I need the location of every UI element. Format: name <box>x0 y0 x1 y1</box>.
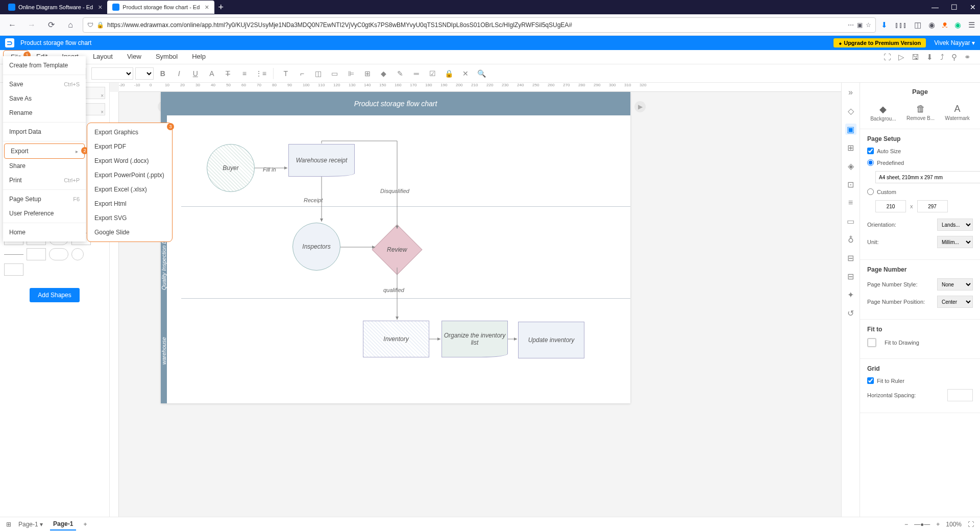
export-excel[interactable]: Export Excel (.xlsx) <box>87 182 172 197</box>
browser-tab[interactable]: Online Diagram Software - Ed × <box>3 1 107 14</box>
menu-print[interactable]: PrintCtrl+P <box>3 173 86 187</box>
menu-help[interactable]: Help <box>185 50 213 64</box>
line-color-tool[interactable]: ✎ <box>393 66 407 81</box>
shape-swatch[interactable] <box>71 248 84 260</box>
layers-icon[interactable]: ◈ <box>845 160 856 172</box>
upgrade-premium-button[interactable]: ⬥ Upgrade to Premium Version <box>834 38 926 47</box>
ext1-icon[interactable]: ᴥ <box>942 20 947 30</box>
pn-style-select[interactable]: None <box>937 278 973 291</box>
bookmark-icon[interactable]: ☆ <box>866 21 871 29</box>
download-icon[interactable]: ⬇ <box>881 20 888 30</box>
text-tool[interactable]: T <box>279 66 293 81</box>
page-settings-icon[interactable]: ▣ <box>845 124 856 135</box>
shield-icon[interactable]: 🛡 <box>87 21 93 29</box>
new-tab-button[interactable]: + <box>214 2 228 13</box>
maximize-icon[interactable]: ☐ <box>951 3 958 11</box>
image-icon[interactable]: ▭ <box>845 215 856 227</box>
canvas-area[interactable]: -20-100102030405060708090100110120130140… <box>110 83 841 517</box>
menu-page-setup[interactable]: Page SetupF6 <box>3 192 86 206</box>
node-organize[interactable]: Organize the inventory list <box>442 321 508 357</box>
zoom-slider[interactable]: —●— <box>914 521 930 528</box>
swimlane-label[interactable]: warehouse <box>161 298 167 403</box>
page-size-input[interactable] <box>875 171 980 183</box>
menu-symbol[interactable]: Symbol <box>149 50 185 64</box>
menu-layout[interactable]: Layout <box>86 50 120 64</box>
browser-tab-active[interactable]: Product storage flow chart - Ed × <box>107 1 214 14</box>
menu-create-template[interactable]: Create from Template <box>3 58 86 73</box>
export-google-slide[interactable]: Google Slide <box>87 225 172 239</box>
align-left-tool[interactable]: ⊫ <box>344 66 358 81</box>
home-button[interactable]: ⌂ <box>63 18 78 32</box>
fit-screen-icon[interactable]: ⛶ <box>968 521 974 528</box>
node-inventory[interactable]: Inventory <box>363 321 429 357</box>
container-tool[interactable]: ▭ <box>328 66 342 81</box>
fullscreen-icon[interactable]: ⛶ <box>884 53 891 62</box>
sidebar-icon[interactable]: ◫ <box>914 20 921 30</box>
lock-tool[interactable]: 🔒 <box>442 66 456 81</box>
menu-save[interactable]: SaveCtrl+S <box>3 77 86 91</box>
download-icon[interactable]: ⬇ <box>926 53 933 62</box>
link-icon[interactable]: ⊟ <box>845 252 856 263</box>
theme-icon[interactable]: ⊡ <box>845 179 856 190</box>
custom-radio[interactable]: Custom <box>867 188 973 195</box>
close-icon[interactable]: × <box>205 3 209 11</box>
pn-pos-select[interactable]: Center <box>937 296 973 308</box>
zoom-in-button[interactable]: + <box>936 521 940 528</box>
settings-icon[interactable]: ✦ <box>845 289 856 300</box>
menu-user-pref[interactable]: User Preference <box>3 206 86 221</box>
menu-rename[interactable]: Rename <box>3 106 86 120</box>
share-icon[interactable]: ⚲ <box>951 53 957 62</box>
dots-icon[interactable]: ⋯ <box>848 21 854 29</box>
fill-tool[interactable]: ◆ <box>377 66 391 81</box>
font-color-button[interactable]: A <box>205 66 219 81</box>
background-button[interactable]: ◆Backgrou... <box>870 104 896 122</box>
zoom-out-button[interactable]: − <box>904 521 908 528</box>
page-nav-right[interactable]: ▶ <box>634 101 646 112</box>
settings-tool[interactable]: ✕ <box>458 66 473 81</box>
shape-swatch[interactable] <box>49 248 68 260</box>
shape-swatch[interactable] <box>4 254 23 255</box>
add-shapes-button[interactable]: Add Shapes <box>30 288 79 302</box>
reader-icon[interactable]: ▣ <box>857 21 863 29</box>
library-icon[interactable]: ⫿⫿⫿ <box>895 20 907 29</box>
shape-swatch[interactable] <box>4 263 23 276</box>
node-inspectors[interactable]: Inspectors <box>292 223 340 271</box>
height-input[interactable] <box>917 200 948 212</box>
account-icon[interactable]: ◉ <box>928 20 935 30</box>
expand-panel-icon[interactable]: » <box>845 87 856 98</box>
predefined-radio[interactable]: Predefined <box>867 159 973 166</box>
page-selector[interactable]: Page-1 ▾ <box>18 521 43 528</box>
font-family-select[interactable] <box>91 67 133 80</box>
sitemap-icon[interactable]: ♁ <box>845 234 856 245</box>
app-logo[interactable]: ⊃ <box>5 38 14 47</box>
grid-icon[interactable]: ⊞ <box>845 142 856 153</box>
shape-tool[interactable]: ◫ <box>311 66 326 81</box>
font-size-select[interactable] <box>135 67 154 80</box>
fill-tool-icon[interactable]: ◇ <box>845 105 856 116</box>
italic-button[interactable]: I <box>172 66 186 81</box>
checkbox-tool[interactable]: ☑ <box>426 66 440 81</box>
comment-icon[interactable]: ⊟ <box>845 271 856 282</box>
page-tab[interactable]: Page-1 <box>50 518 76 530</box>
unit-select[interactable]: Millim... <box>937 236 973 248</box>
ext2-icon[interactable]: ◉ <box>954 20 961 30</box>
underline-button[interactable]: U <box>188 66 203 81</box>
export-html[interactable]: Export Html <box>87 197 172 211</box>
shape-swatch[interactable] <box>27 248 46 260</box>
node-warehouse-receipt[interactable]: Warehouse receipt <box>288 144 355 177</box>
export-ppt[interactable]: Export PowerPoint (.pptx) <box>87 168 172 182</box>
bold-button[interactable]: B <box>156 66 170 81</box>
search-tool[interactable]: 🔍 <box>475 66 489 81</box>
menu-home[interactable]: Home <box>3 225 86 239</box>
distribute-tool[interactable]: ⊞ <box>360 66 375 81</box>
list-button[interactable]: ⋮≡ <box>254 66 268 81</box>
minimize-icon[interactable]: — <box>932 3 939 11</box>
node-review[interactable]: Review <box>372 225 423 275</box>
node-buyer[interactable]: Buyer <box>207 144 255 192</box>
menu-view[interactable]: View <box>120 50 149 64</box>
fit-to-drawing-check[interactable]: Fit to Drawing <box>867 338 973 347</box>
connector-tool[interactable]: ⌐ <box>295 66 309 81</box>
link-icon[interactable]: ⚭ <box>964 53 971 62</box>
strike-button[interactable]: T̶ <box>221 66 235 81</box>
canvas-page[interactable]: Product storage flow chart Purchasing De… <box>161 92 630 403</box>
